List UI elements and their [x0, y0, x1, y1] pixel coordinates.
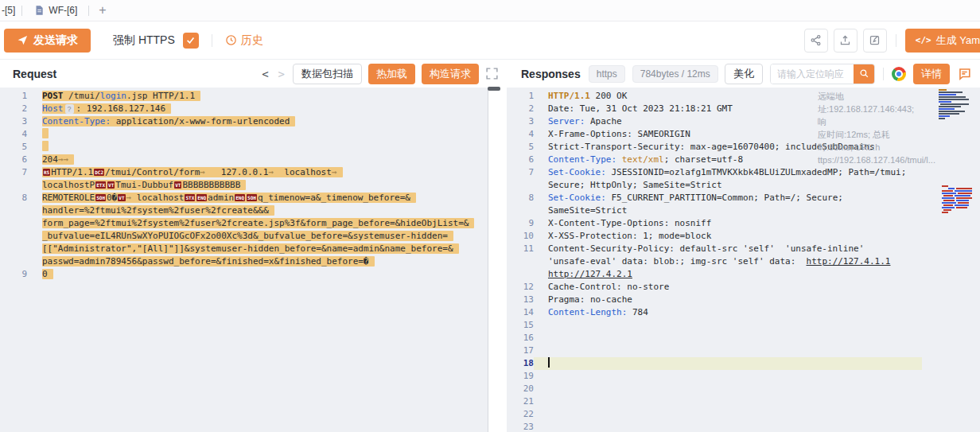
line-number — [0, 243, 27, 255]
code-line[interactable]: 7RSHTTP/1.1DC2/tmui/Control/form→ 127.0.… — [0, 166, 488, 179]
code-line[interactable]: http://127.4.2.1 — [507, 268, 980, 281]
line-number: 9 — [0, 268, 27, 281]
beautify-button[interactable]: 美化 — [725, 64, 763, 84]
code-line[interactable]: 14Content-Length: 784 — [507, 306, 980, 319]
chrome-icon[interactable] — [892, 67, 906, 81]
code-line[interactable]: 19 — [507, 370, 980, 383]
line-number: 9 — [507, 217, 534, 230]
history-button[interactable]: 历史 — [225, 33, 263, 48]
tab-active-label: WF-[6] — [49, 5, 77, 16]
comment-icon[interactable] — [957, 66, 972, 81]
code-line[interactable]: 7Set-Cookie: JSESSIONID=ozlafg1mTMVKXkbk… — [507, 166, 980, 179]
code-line[interactable]: [["Administrator","[All]"]]&systemuser-h… — [0, 243, 488, 255]
code-line[interactable]: 3Content-Type: application/x-www-form-ur… — [0, 115, 488, 128]
compose-icon — [869, 34, 881, 46]
export-button[interactable] — [834, 29, 858, 53]
code-line[interactable]: 6204→→ — [0, 154, 488, 166]
line-number: 6 — [507, 154, 534, 166]
code-line[interactable]: 8REMOTEROLESOH0�VT→ localhostSTXENQadmin… — [0, 192, 488, 204]
line-number — [0, 230, 27, 243]
share-icon — [810, 34, 822, 46]
line-number: 3 — [0, 115, 27, 128]
code-line[interactable]: 2Host?: 192.168.127.146 — [0, 103, 488, 115]
line-number: 1 — [507, 90, 534, 103]
history-prev-button[interactable]: < — [260, 68, 270, 80]
tab-active[interactable]: WF-[6] — [22, 0, 88, 21]
code-line[interactable]: 17 — [507, 344, 980, 357]
search-input[interactable] — [771, 64, 854, 84]
code-line[interactable]: _bufvalue=eIL4RUnSwXYoPUIOGcOFx2o00Xc%3d… — [0, 230, 488, 243]
new-tab-button[interactable]: + — [89, 4, 115, 17]
line-number: 5 — [0, 141, 27, 154]
code-line[interactable]: handler=%2ftmui%2fsystem%2fuser%2fcreate… — [0, 204, 488, 217]
history-next-button[interactable]: > — [277, 68, 286, 80]
document-icon — [33, 5, 45, 16]
app-window: { "colors": { "accent": "#ee8640", "high… — [0, 0, 980, 432]
line-number: 17 — [507, 344, 534, 357]
search-box — [770, 64, 875, 84]
line-number — [507, 255, 534, 268]
search-button[interactable] — [854, 64, 874, 84]
code-line[interactable]: 8Set-Cookie: F5_CURRENT_PARTITION=Common… — [507, 192, 980, 204]
clock-icon — [225, 34, 237, 46]
code-line[interactable]: 15 — [507, 319, 980, 332]
request-editor[interactable]: 1POST /tmui/login.jsp HTTP/1.12Host?: 19… — [0, 88, 488, 432]
code-line[interactable]: 90 — [0, 268, 488, 281]
code-line[interactable]: 18 — [507, 357, 980, 370]
line-number: 18 — [507, 357, 534, 370]
construct-request-button[interactable]: 构造请求 — [422, 64, 479, 84]
code-line[interactable]: 1POST /tmui/login.jsp HTTP/1.1 — [0, 90, 488, 103]
line-number — [0, 255, 27, 268]
code-line[interactable]: localhostPETXVTTmui-DubbufVTBBBBBBBBBBB — [0, 179, 488, 192]
code-line[interactable]: SameSite=Strict — [507, 204, 980, 217]
code-line[interactable]: 10X-XSS-Protection: 1; mode=block — [507, 230, 980, 243]
code-line[interactable]: 21 — [507, 395, 980, 408]
code-icon: </> — [916, 35, 931, 45]
line-number: 2 — [507, 103, 534, 115]
line-number: 10 — [507, 230, 534, 243]
packet-scan-button[interactable]: 数据包扫描 — [293, 64, 362, 84]
response-header: Responses https 784bytes / 12ms 美化 详情 — [507, 60, 980, 88]
fullscreen-icon[interactable] — [485, 67, 499, 80]
toolbar-divider — [212, 34, 212, 47]
size-time-badge: 784bytes / 12ms — [632, 65, 718, 83]
detail-button[interactable]: 详情 — [913, 64, 950, 84]
code-line[interactable]: 13Pragma: no-cache — [507, 294, 980, 306]
tab-partial[interactable]: -[5] — [0, 5, 21, 16]
request-scrollbar-thumb[interactable] — [488, 87, 500, 91]
line-number: 6 — [0, 154, 27, 166]
line-number: 8 — [0, 192, 27, 204]
code-line[interactable]: passwd=admin789456&passwd_before=&finish… — [0, 255, 488, 268]
upload-icon — [839, 34, 851, 46]
code-line[interactable]: 16 — [507, 332, 980, 344]
code-line[interactable]: 22 — [507, 408, 980, 421]
code-line[interactable]: 23 — [507, 421, 980, 432]
generate-yaml-button[interactable]: </> 生成 Yaml — [905, 29, 980, 53]
code-line[interactable]: Secure; HttpOnly; SameSite=Strict — [507, 179, 980, 192]
line-number — [0, 179, 27, 192]
code-line[interactable]: 11Content-Security-Policy: default-src '… — [507, 243, 980, 255]
line-number: 23 — [507, 421, 534, 432]
line-number: 8 — [507, 192, 534, 204]
line-number: 15 — [507, 319, 534, 332]
hot-reload-button[interactable]: 热加载 — [368, 64, 415, 84]
code-line[interactable]: 4 — [0, 128, 488, 141]
send-request-button[interactable]: 发送请求 — [4, 29, 91, 53]
share-button[interactable] — [804, 29, 828, 53]
force-https-checkbox[interactable] — [183, 33, 199, 49]
tab-bar: -[5] WF-[6] + — [0, 0, 980, 21]
force-https-label: 强制 HTTPS — [113, 33, 175, 48]
code-line[interactable]: 9X-Content-Type-Options: nosniff — [507, 217, 980, 230]
line-number: 14 — [507, 306, 534, 319]
code-line[interactable]: 5 — [0, 141, 488, 154]
response-title: Responses — [521, 68, 581, 80]
line-number: 19 — [507, 370, 534, 383]
toolbar-divider — [896, 34, 896, 47]
code-line[interactable]: 'unsafe-eval' data: blob:; img-src 'self… — [507, 255, 980, 268]
line-number: 4 — [507, 128, 534, 141]
edit-button[interactable] — [863, 29, 887, 53]
code-line[interactable]: 20 — [507, 383, 980, 395]
code-line[interactable]: 12Cache-Control: no-store — [507, 281, 980, 294]
response-minimap[interactable] — [939, 88, 978, 430]
code-line[interactable]: form_page=%2ftmui%2fsystem%2fuser%2fcrea… — [0, 217, 488, 230]
